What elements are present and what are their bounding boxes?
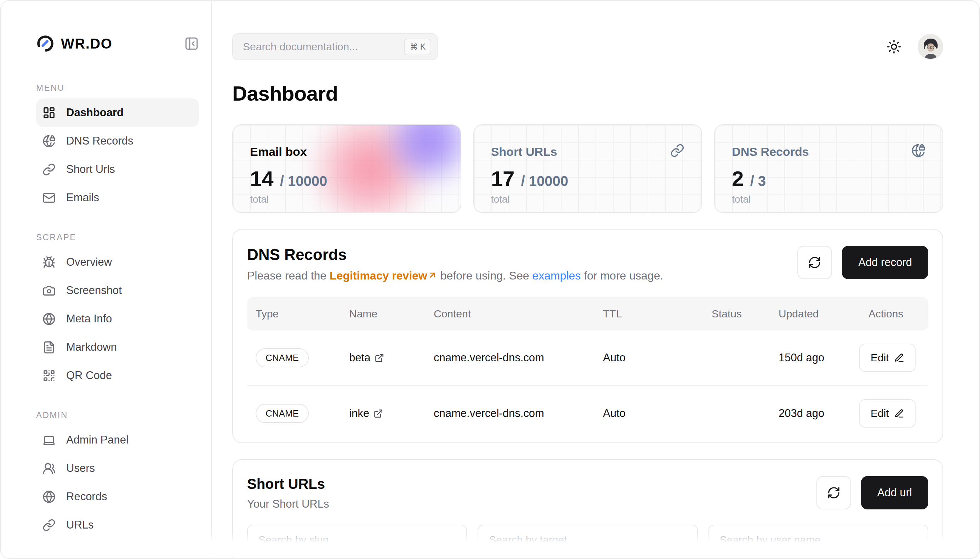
sidebar-item-label: Emails xyxy=(66,191,99,204)
sidebar-item-emails[interactable]: Emails xyxy=(36,184,199,212)
record-content: cname.vercel-dns.com xyxy=(434,407,603,420)
page-title: Dashboard xyxy=(232,81,943,105)
search-by-target-input[interactable] xyxy=(478,524,698,555)
globe-icon xyxy=(43,490,56,503)
camera-icon xyxy=(43,284,56,297)
refresh-button[interactable] xyxy=(817,476,851,509)
link-icon xyxy=(43,519,56,532)
sidebar-item-label: DNS Records xyxy=(66,135,134,147)
short-urls-filters xyxy=(247,524,928,555)
sidebar-menu-list: Dashboard DNS Records Short Urls Emails xyxy=(36,99,199,212)
globe-icon xyxy=(43,313,56,326)
short-urls-panel: Short URLs Your Short URLs Add url xyxy=(232,459,943,558)
globe-lock-icon xyxy=(43,135,56,148)
refresh-icon xyxy=(808,256,822,269)
column-header-type: Type xyxy=(256,308,349,320)
stat-card-value: 14 xyxy=(250,167,274,191)
record-updated: 203d ago xyxy=(779,407,868,420)
sidebar-item-label: Overview xyxy=(66,256,112,268)
sidebar-collapse-icon[interactable] xyxy=(184,36,199,51)
pencil-icon xyxy=(894,353,904,363)
sun-icon[interactable] xyxy=(886,39,901,54)
sidebar-scrape-list: Overview Screenshot Meta Info Markdown Q… xyxy=(36,248,199,390)
laptop-icon xyxy=(43,433,56,447)
topbar: ⌘ K xyxy=(232,33,943,60)
short-urls-panel-subtitle: Your Short URLs xyxy=(247,498,329,511)
edit-button[interactable]: Edit xyxy=(859,344,916,372)
sidebar-item-markdown[interactable]: Markdown xyxy=(36,333,199,361)
stat-card-caption: total xyxy=(250,194,444,205)
sidebar-item-users[interactable]: Users xyxy=(36,454,199,483)
users-icon xyxy=(43,462,56,475)
sidebar-item-admin-panel[interactable]: Admin Panel xyxy=(36,426,199,454)
table-row: CNAME beta cname.vercel-dns.com Auto 150… xyxy=(247,331,928,386)
sidebar-item-label: Markdown xyxy=(66,341,117,354)
record-name-link[interactable]: inke xyxy=(349,407,434,420)
sidebar-item-records[interactable]: Records xyxy=(36,483,199,511)
mail-icon xyxy=(43,191,56,204)
topbar-actions xyxy=(886,34,943,60)
examples-link[interactable]: examples xyxy=(532,269,581,282)
sidebar-section-admin: ADMIN xyxy=(36,410,199,420)
pencil-icon xyxy=(894,408,904,419)
qr-code-icon xyxy=(43,369,56,382)
edit-button[interactable]: Edit xyxy=(859,399,916,428)
stat-card-limit: / 10000 xyxy=(280,173,327,189)
external-link-icon xyxy=(375,353,384,363)
column-header-name: Name xyxy=(349,308,434,320)
dns-records-table: Type Name Content TTL Status Updated Act… xyxy=(247,297,928,441)
sidebar-item-dns-records[interactable]: DNS Records xyxy=(36,127,199,155)
sidebar-item-label: Screenshot xyxy=(66,284,122,297)
stat-card-caption: total xyxy=(491,194,685,205)
keyboard-shortcut-badge: ⌘ K xyxy=(404,39,431,55)
refresh-button[interactable] xyxy=(797,246,832,279)
record-name-link[interactable]: beta xyxy=(349,351,434,364)
bug-icon xyxy=(43,256,56,269)
search-by-slug-input[interactable] xyxy=(247,524,467,555)
sidebar-item-short-urls[interactable]: Short Urls xyxy=(36,155,199,184)
sidebar-item-label: Dashboard xyxy=(66,106,124,119)
sidebar-item-label: Users xyxy=(66,462,95,475)
sidebar-item-urls[interactable]: URLs xyxy=(36,511,199,539)
brand-name: WR.DO xyxy=(61,36,112,52)
app-window: WR.DO MENU Dashboard DNS Records Short U… xyxy=(0,0,980,559)
sidebar-item-label: Short Urls xyxy=(66,163,115,176)
column-header-updated: Updated xyxy=(779,308,868,320)
sidebar-section-scrape: SCRAPE xyxy=(36,232,199,242)
record-name: beta xyxy=(349,351,370,364)
sidebar-item-overview[interactable]: Overview xyxy=(36,248,199,276)
stat-card-value: 17 xyxy=(491,167,515,191)
layout-dashboard-icon xyxy=(43,106,56,119)
stat-cards-row: Email box 14 / 10000 total Short URLs 17… xyxy=(232,124,943,213)
sidebar: WR.DO MENU Dashboard DNS Records Short U… xyxy=(1,1,212,558)
dns-panel-title: DNS Records xyxy=(247,246,663,263)
sidebar-section-menu: MENU xyxy=(36,83,199,93)
toggle-knob xyxy=(685,409,700,424)
link-icon xyxy=(43,163,56,176)
sidebar-item-qr-code[interactable]: QR Code xyxy=(36,361,199,390)
legitimacy-review-link[interactable]: Legitimacy review xyxy=(330,269,427,282)
sidebar-admin-list: Admin Panel Users Records URLs xyxy=(36,426,199,539)
description-text: before using. See xyxy=(437,269,533,282)
sidebar-item-meta-info[interactable]: Meta Info xyxy=(36,305,199,333)
sidebar-item-screenshot[interactable]: Screenshot xyxy=(36,276,199,305)
arrow-up-right-icon xyxy=(427,270,437,280)
search-box: ⌘ K xyxy=(232,33,437,60)
add-record-button[interactable]: Add record xyxy=(842,246,928,279)
stat-card-caption: total xyxy=(732,194,926,205)
sidebar-item-dashboard[interactable]: Dashboard xyxy=(36,99,199,127)
column-header-actions: Actions xyxy=(868,308,928,320)
sidebar-item-label: QR Code xyxy=(66,369,112,382)
short-urls-panel-title: Short URLs xyxy=(247,476,329,492)
add-url-button[interactable]: Add url xyxy=(861,476,928,509)
search-by-user-name-input[interactable] xyxy=(708,524,928,555)
sidebar-item-label: URLs xyxy=(66,519,94,531)
stat-card-email-box: Email box 14 / 10000 total xyxy=(232,124,461,213)
user-avatar[interactable] xyxy=(918,34,943,60)
stat-card-limit: / 3 xyxy=(750,173,766,189)
stat-card-short-urls: Short URLs 17 / 10000 total xyxy=(474,124,703,213)
toggle-knob xyxy=(685,354,700,369)
search-input[interactable] xyxy=(243,41,404,53)
record-type-badge: CNAME xyxy=(256,404,309,423)
external-link-icon xyxy=(373,409,383,418)
